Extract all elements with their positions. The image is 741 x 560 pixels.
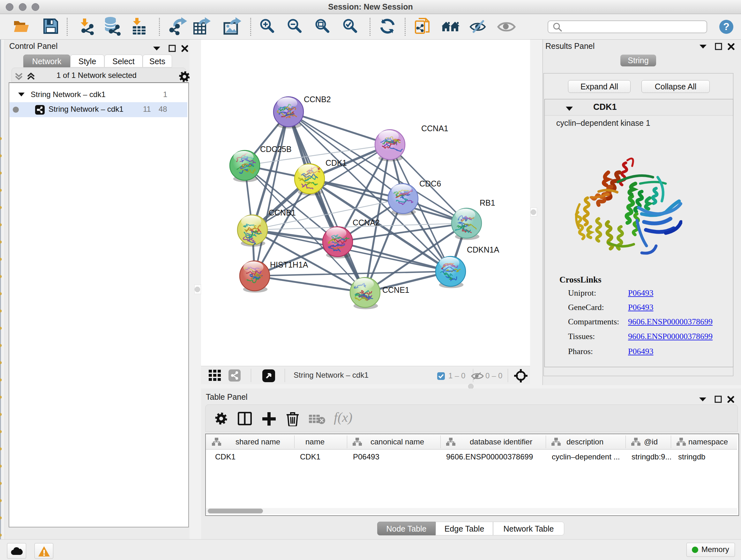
svg-text:CDKN1A: CDKN1A bbox=[467, 245, 499, 254]
svg-text:CDC6: CDC6 bbox=[419, 179, 441, 188]
svg-text:CCNB2: CCNB2 bbox=[304, 95, 331, 104]
svg-text:RB1: RB1 bbox=[480, 198, 495, 207]
svg-text:CDK1: CDK1 bbox=[326, 159, 347, 167]
svg-text:CCNA2: CCNA2 bbox=[353, 218, 380, 227]
svg-text:?: ? bbox=[723, 21, 730, 32]
svg-text:HIST1H1A: HIST1H1A bbox=[270, 260, 308, 269]
svg-text:CCNE1: CCNE1 bbox=[382, 286, 409, 294]
svg-text:CDC25B: CDC25B bbox=[260, 145, 292, 153]
svg-text:CCNA1: CCNA1 bbox=[421, 124, 448, 133]
svg-text:CCNB1: CCNB1 bbox=[269, 208, 296, 217]
